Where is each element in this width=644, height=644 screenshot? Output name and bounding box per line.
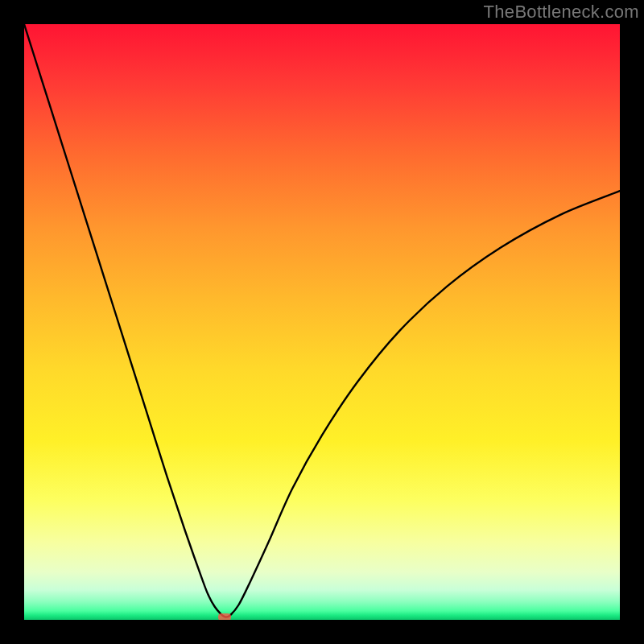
bottleneck-curve — [24, 24, 620, 620]
curve-path — [24, 24, 620, 617]
plot-area — [24, 24, 620, 620]
watermark-text: TheBottleneck.com — [484, 2, 639, 23]
chart-frame: TheBottleneck.com — [0, 0, 644, 644]
min-marker — [218, 613, 231, 620]
